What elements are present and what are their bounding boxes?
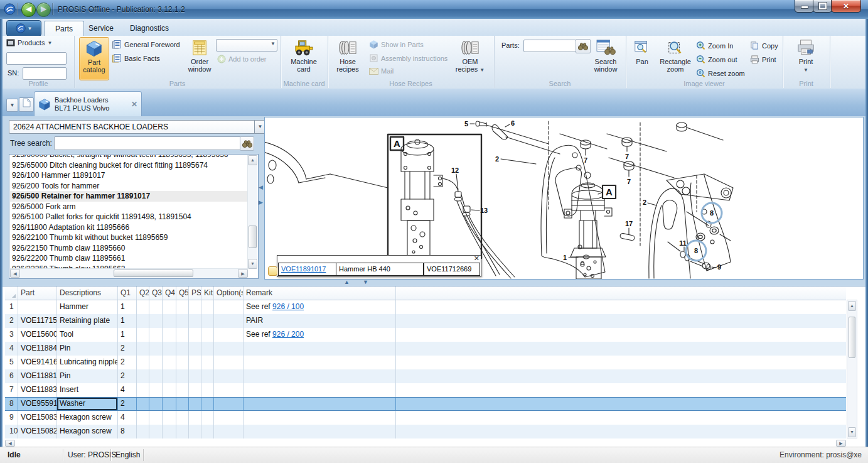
row-number[interactable]: 2 [5,314,18,328]
product-input[interactable] [6,52,67,65]
cell-q3[interactable] [149,356,163,369]
cell-q5[interactable] [176,369,189,383]
cell-q1[interactable]: 1 [118,300,137,314]
scroll-left-icon[interactable]: ◀ [10,269,20,278]
cell-q3[interactable] [149,398,163,410]
cell-q3[interactable] [149,328,163,342]
cell-q1[interactable]: 2 [118,356,137,369]
table-row[interactable]: 7VOE11883969Insert4 [5,383,846,397]
cell-kit[interactable] [201,425,214,438]
cell-ps[interactable] [189,342,201,356]
close-button[interactable]: ✕ [831,0,861,13]
cell-q2[interactable] [137,328,149,342]
cell-kit[interactable] [201,383,214,397]
cell-options[interactable] [214,356,244,369]
cell-remark[interactable] [244,383,396,397]
column-header-q3[interactable]: Q3 [149,286,163,300]
table-row[interactable]: 6VOE11881622Pin2 [5,369,846,383]
row-number[interactable]: 10 [5,425,18,438]
cell-ps[interactable] [189,369,201,383]
scroll-up-icon[interactable]: ▲ [248,155,257,165]
tree-item-clipped[interactable]: 925/60000 Bucket, straight lip without t… [10,155,248,160]
cell-options[interactable] [214,425,244,438]
image-viewer[interactable]: 5 6 7 7 7 12 13 2 2 17 1 8 8 11 9 A A [264,117,864,280]
table-row[interactable]: 1Hammer1See ref 926 / 100 [5,300,846,314]
column-header-remark[interactable]: Remark [244,286,396,300]
row-number[interactable]: 7 [5,383,18,397]
tree-search-input[interactable] [54,136,241,150]
cell-ps[interactable] [189,314,201,328]
splitter-collapse-up-icon[interactable]: ▲ [344,279,350,285]
cell-q5[interactable] [176,398,189,410]
cell-q2[interactable] [137,342,149,356]
zoom-out-button[interactable]: Zoom out [696,55,737,64]
products-button[interactable]: Products ▼ [6,39,52,46]
cell-q5[interactable] [176,300,189,314]
cell-description[interactable]: Pin [57,369,118,383]
cell-remark[interactable] [244,342,396,356]
cell-kit[interactable] [201,356,214,369]
cell-part[interactable]: VOE11884032 [18,342,57,356]
column-header-option-s-[interactable]: Option(s) [214,286,244,300]
scroll-right-icon[interactable]: ▶ [836,440,846,447]
print-image-button[interactable]: Print [750,55,776,64]
cell-q4[interactable] [163,411,176,425]
cell-ps[interactable] [189,411,201,425]
zoom-in-button[interactable]: Zoom In [696,41,733,50]
cell-q3[interactable] [149,342,163,356]
back-button[interactable]: ◀ [21,3,36,17]
cell-kit[interactable] [201,411,214,425]
scroll-down-icon[interactable]: ▼ [248,259,257,269]
tree-item[interactable]: 925/65000 Ditch cleaning bucket for dire… [10,160,248,171]
cell-q5[interactable] [176,314,189,328]
oem-recipes-button[interactable]: OEM recipes ▼ [451,37,490,79]
cell-q2[interactable] [137,300,149,314]
scroll-left-icon[interactable]: ◀ [5,440,15,447]
cell-q4[interactable] [163,356,176,369]
basic-facts-button[interactable]: Basic Facts [112,53,160,63]
document-tab-backhoe-loaders[interactable]: Backhoe Loaders BL71 PLUS Volvo ✕ [34,91,142,116]
cell-q1[interactable]: 2 [118,398,137,410]
order-combo[interactable]: ▼ [216,39,277,52]
tooltip-close-icon[interactable]: ✕ [474,254,480,263]
row-number[interactable]: 9 [5,411,18,425]
cell-q2[interactable] [137,369,149,383]
cell-q2[interactable] [137,411,149,425]
cell-ps[interactable] [189,383,201,397]
restore-button[interactable] [813,0,832,13]
cell-description[interactable]: Tool [57,328,118,342]
cell-part[interactable]: VOE15083006 [18,411,57,425]
reset-zoom-button[interactable]: 0 Reset zoom [696,68,745,78]
pan-button[interactable]: Pan [630,37,655,79]
cell-q1[interactable]: 1 [118,314,137,328]
sn-input[interactable] [23,67,67,80]
column-header-ps[interactable]: PS [189,286,201,300]
function-group-combo[interactable]: 20624 ATTACHMENTS BACKHOE LOADERS ▼ [9,120,255,134]
cell-q1[interactable]: 2 [118,342,137,356]
show-in-parts-button[interactable]: Show in Parts [369,40,424,49]
splitter-expand-right-icon[interactable]: ▶ [259,199,263,205]
cell-options[interactable] [214,328,244,342]
tree-item[interactable]: 926/5000 Fork arm [10,202,248,212]
horizontal-splitter[interactable]: ▲ ▼ [3,280,865,286]
tab-list-dropdown-button[interactable]: ▼ [6,99,18,112]
cell-part[interactable]: VOE15600168 [18,328,57,342]
cell-description[interactable]: Lubricating nipple [57,356,118,369]
tree-item[interactable]: 926/22150 Thumb claw 11895660 [10,243,248,254]
cell-q4[interactable] [163,300,176,314]
cell-description[interactable]: Hammer [57,300,118,314]
row-number[interactable]: 6 [5,369,18,383]
tree-item[interactable]: 926/11800 Adaptation kit 11895666 [10,222,248,233]
cell-part[interactable]: VOE11883969 [18,383,57,397]
cell-q5[interactable] [176,411,189,425]
search-window-button[interactable]: Search window [588,37,623,79]
tab-service[interactable]: Service [78,21,124,36]
cell-description[interactable]: Retaining plate [57,314,118,328]
tab-diagnostics[interactable]: Diagnostics [119,21,179,36]
cell-remark[interactable] [244,425,396,438]
cell-q4[interactable] [163,342,176,356]
cell-q4[interactable] [163,328,176,342]
cell-options[interactable] [214,300,244,314]
cell-q2[interactable] [137,425,149,438]
cell-q1[interactable]: 1 [118,328,137,342]
